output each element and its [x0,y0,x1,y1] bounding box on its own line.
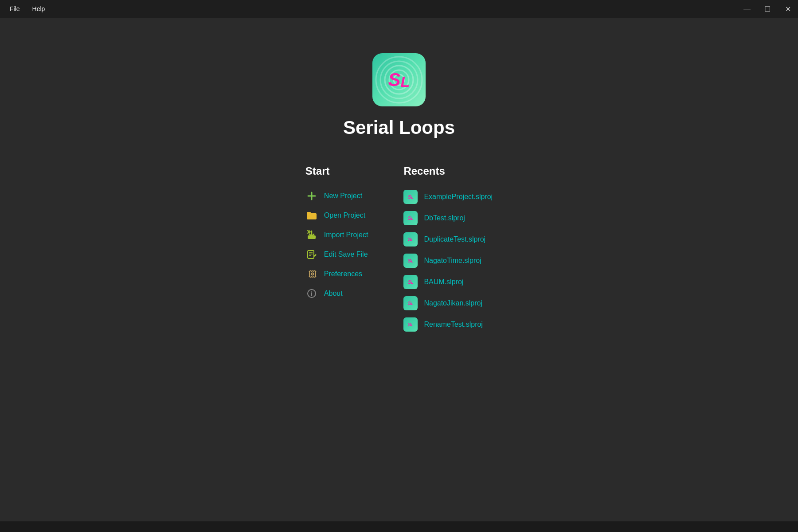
app-title: Serial Loops [343,117,455,138]
recent-item-7[interactable]: SLRenameTest.slproj [403,314,493,335]
open-project-label: Open Project [324,211,365,219]
new-project-icon [305,190,318,202]
about-item[interactable]: About [305,284,368,303]
file-menu[interactable]: File [4,3,26,15]
recents-heading: Recents [403,165,493,177]
main-content: SL Serial Loops Start New Project [0,18,798,335]
preferences-label: Preferences [324,270,362,278]
recents-section: Recents SLExampleProject.slprojSLDbTest.… [403,165,493,335]
content-area: Start New Project Open Proje [305,165,493,335]
app-icon-text: SL [388,70,410,89]
edit-save-file-label: Edit Save File [324,250,368,258]
titlebar-menu: File Help [0,3,51,15]
import-project-icon [305,229,318,241]
svg-rect-9 [308,250,314,258]
about-icon [305,287,318,300]
close-button[interactable]: ✕ [778,0,798,18]
svg-point-13 [311,273,313,275]
titlebar: File Help — ☐ ✕ [0,0,798,18]
recent-label-7: RenameTest.slproj [424,321,483,329]
edit-save-file-icon [305,248,318,261]
preferences-icon [305,268,318,280]
about-label: About [324,289,343,297]
new-project-item[interactable]: New Project [305,186,368,206]
recent-item-3[interactable]: SLDuplicateTest.slproj [403,229,493,250]
recent-label-2: DbTest.slproj [424,214,465,222]
recents-list: SLExampleProject.slprojSLDbTest.slprojSL… [403,186,493,335]
recent-item-5[interactable]: SLBAUM.slproj [403,271,493,293]
preferences-item[interactable]: Preferences [305,264,368,284]
recent-icon-1: SL [403,190,418,204]
recent-icon-7: SL [403,317,418,332]
new-project-label: New Project [324,192,362,200]
recent-label-6: NagatoJikan.slproj [424,299,482,307]
app-icon: SL [372,53,426,106]
maximize-button[interactable]: ☐ [757,0,778,18]
recent-icon-4: SL [403,254,418,268]
recent-item-1[interactable]: SLExampleProject.slproj [403,186,493,207]
statusbar [0,521,798,532]
recent-item-2[interactable]: SLDbTest.slproj [403,207,493,229]
svg-point-15 [311,291,312,292]
import-project-item[interactable]: Import Project [305,225,368,245]
start-section: Start New Project Open Proje [305,165,368,303]
minimize-button[interactable]: — [737,0,757,18]
titlebar-controls: — ☐ ✕ [737,0,798,18]
recent-icon-6: SL [403,296,418,310]
edit-save-file-item[interactable]: Edit Save File [305,245,368,264]
recent-item-4[interactable]: SLNagatoTime.slproj [403,250,493,271]
recent-icon-5: SL [403,275,418,289]
start-heading: Start [305,165,368,177]
recent-label-5: BAUM.slproj [424,278,463,286]
recent-label-1: ExampleProject.slproj [424,193,493,201]
import-project-label: Import Project [324,231,368,239]
recent-icon-2: SL [403,211,418,225]
recent-item-6[interactable]: SLNagatoJikan.slproj [403,293,493,314]
open-project-icon [305,209,318,222]
recent-label-4: NagatoTime.slproj [424,257,481,265]
recent-label-3: DuplicateTest.slproj [424,235,485,243]
help-menu[interactable]: Help [26,3,51,15]
open-project-item[interactable]: Open Project [305,206,368,225]
recent-icon-3: SL [403,232,418,246]
